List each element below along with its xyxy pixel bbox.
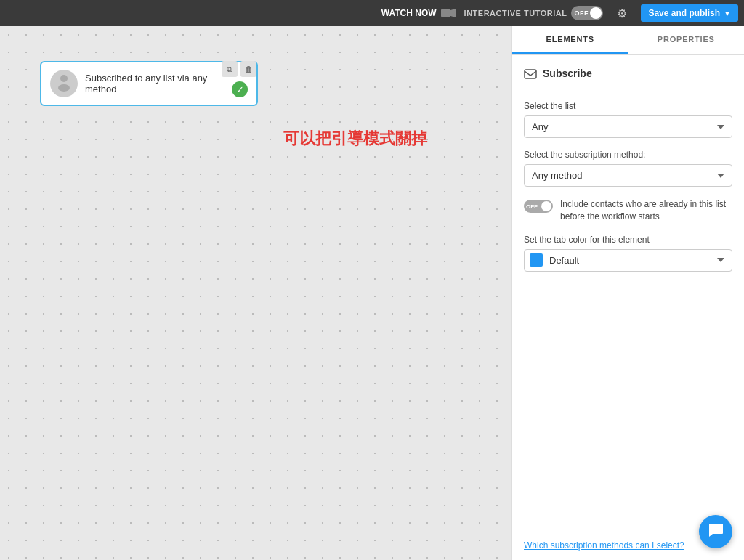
- node-check-icon: ✓: [232, 81, 248, 97]
- tab-color-label: Set the tab color for this element: [524, 235, 732, 245]
- watch-now-button[interactable]: WATCH NOW: [381, 8, 456, 18]
- red-arrow: [494, 48, 512, 116]
- node-icon-wrap: [50, 70, 78, 97]
- include-toggle-label: OFF: [524, 203, 538, 210]
- node-text: Subscribed to any list via any method: [85, 73, 225, 94]
- include-contacts-row: OFF Include contacts who are already in …: [524, 198, 732, 223]
- subscribe-title: Subscribe: [543, 68, 592, 79]
- canvas-area[interactable]: Subscribed to any list via any method ✓ …: [0, 26, 512, 560]
- watch-now-label: WATCH NOW: [381, 8, 437, 18]
- panel-content: Subscribe Select the list Any Select the…: [512, 55, 744, 529]
- subscription-methods-link[interactable]: Which subscription methods can I select?: [524, 540, 684, 551]
- chat-bubble-button[interactable]: [699, 515, 732, 548]
- gear-icon: ⚙: [617, 7, 627, 20]
- save-publish-button[interactable]: Save and publish ▼: [641, 4, 738, 22]
- svg-point-2: [60, 75, 68, 82]
- include-contacts-toggle[interactable]: OFF: [524, 200, 553, 213]
- save-publish-label: Save and publish: [648, 8, 720, 18]
- main-layout: Subscribed to any list via any method ✓ …: [0, 26, 744, 560]
- subscribe-icon: [524, 67, 537, 80]
- delete-node-button[interactable]: 🗑: [240, 61, 256, 77]
- include-toggle-knob: [541, 201, 551, 211]
- tab-properties[interactable]: PROPERTIES: [628, 26, 745, 54]
- chat-icon: [708, 522, 724, 542]
- interactive-tutorial-label: INTERACTIVE TUTORIAL: [464, 9, 567, 17]
- topbar: WATCH NOW INTERACTIVE TUTORIAL OFF ⚙ Sav…: [0, 0, 744, 26]
- svg-marker-1: [450, 9, 456, 17]
- copy-node-button[interactable]: ⧉: [222, 61, 238, 77]
- person-icon: [54, 73, 73, 95]
- tab-color-dropdown[interactable]: Default: [524, 249, 732, 272]
- svg-rect-0: [441, 9, 450, 17]
- annotation-text: 可以把引導模式關掉: [283, 128, 427, 150]
- tab-color-group: Set the tab color for this element Defau…: [524, 235, 732, 272]
- settings-button[interactable]: ⚙: [612, 3, 632, 23]
- interactive-tutorial-section: INTERACTIVE TUTORIAL OFF: [464, 6, 604, 20]
- trash-icon: 🗑: [245, 65, 253, 73]
- subscription-method-group: Select the subscription method: Any meth…: [524, 150, 732, 187]
- camera-icon: [441, 8, 456, 18]
- copy-icon: ⧉: [227, 65, 232, 74]
- node-toolbar: ⧉ 🗑: [222, 61, 256, 77]
- toggle-label: OFF: [571, 9, 589, 17]
- right-panel: ELEMENTS PROPERTIES Subscribe Select: [512, 26, 744, 560]
- color-swatch-blue: [530, 253, 543, 267]
- select-list-dropdown[interactable]: Any: [524, 115, 732, 138]
- tutorial-toggle[interactable]: OFF: [571, 6, 603, 20]
- tab-color-select-wrap: Default: [524, 249, 732, 272]
- select-list-label: Select the list: [524, 101, 732, 111]
- panel-tabs: ELEMENTS PROPERTIES: [512, 26, 744, 55]
- tab-properties-label: PROPERTIES: [658, 35, 715, 44]
- svg-rect-5: [525, 70, 536, 78]
- toggle-knob: [590, 7, 602, 19]
- subscription-method-label: Select the subscription method:: [524, 150, 732, 160]
- svg-point-3: [58, 84, 70, 92]
- tab-elements[interactable]: ELEMENTS: [512, 26, 628, 54]
- chevron-down-icon: ▼: [724, 9, 731, 17]
- tab-elements-label: ELEMENTS: [546, 35, 594, 44]
- subscribe-header: Subscribe: [524, 67, 732, 89]
- subscription-method-dropdown[interactable]: Any method: [524, 164, 732, 187]
- select-list-group: Select the list Any: [524, 101, 732, 138]
- include-contacts-description: Include contacts who are already in this…: [560, 198, 732, 223]
